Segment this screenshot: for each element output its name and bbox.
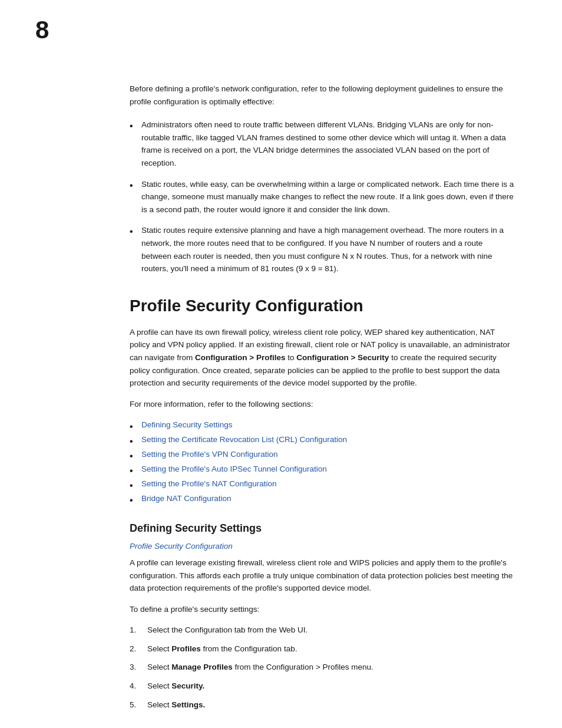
list-item: Select the Configuration tab from the We…: [130, 624, 515, 637]
link-nat-config[interactable]: Setting the Profile's NAT Configuration: [141, 479, 276, 488]
profile-security-section: Profile Security Configuration A profile…: [130, 297, 515, 506]
list-item: Administrators often need to route traff…: [130, 118, 515, 169]
step-1-text: Select the Configuration tab from the We…: [147, 625, 308, 634]
step-3-before: Select: [147, 663, 171, 671]
intro-paragraph: Before defining a profile's network conf…: [130, 83, 515, 108]
nav-to-bold: Configuration > Security: [296, 353, 389, 362]
defining-security-paragraph1: A profile can leverage existing firewall…: [130, 556, 515, 595]
list-item: Static routes require extensive planning…: [130, 224, 515, 275]
step-2-bold: Profiles: [171, 644, 201, 653]
list-item: Setting the Profile's Auto IPSec Tunnel …: [130, 463, 515, 476]
profile-security-heading: Profile Security Configuration: [130, 297, 515, 315]
bullet-text-1: Administrators often need to route traff…: [141, 120, 506, 167]
chapter-number: 8: [35, 18, 49, 42]
step-2-after: from the Configuration tab.: [201, 644, 297, 653]
to-define-text: To define a profile's security settings:: [130, 603, 515, 616]
profile-security-paragraph1: A profile can have its own firewall poli…: [130, 326, 515, 390]
list-item: Defining Security Settings: [130, 419, 515, 432]
link-vpn-config[interactable]: Setting the Profile's VPN Configuration: [141, 450, 277, 459]
link-crl-config[interactable]: Setting the Certificate Revocation List …: [141, 435, 347, 444]
step-3-bold: Manage Profiles: [171, 663, 233, 671]
bullet-text-2: Static routes, while easy, can be overwh…: [141, 180, 514, 214]
page-container: 8 Before defining a profile's network co…: [0, 0, 562, 728]
step-2-before: Select: [147, 644, 171, 653]
step-5-bold: Settings.: [171, 700, 205, 709]
link-bridge-nat[interactable]: Bridge NAT Configuration: [141, 494, 232, 503]
list-item: Select Profiles from the Configuration t…: [130, 643, 515, 655]
links-list: Defining Security Settings Setting the C…: [130, 419, 515, 506]
breadcrumb-link[interactable]: Profile Security Configuration: [130, 542, 515, 551]
nav-from-bold: Configuration > Profiles: [195, 353, 285, 362]
list-item: Select Security.: [130, 680, 515, 693]
steps-list: Select the Configuration tab from the We…: [130, 624, 515, 711]
step-5-before: Select: [147, 700, 171, 709]
defining-security-heading: Defining Security Settings: [130, 522, 515, 535]
link-ipsec-config[interactable]: Setting the Profile's Auto IPSec Tunnel …: [141, 465, 327, 473]
list-item: Setting the Profile's NAT Configuration: [130, 477, 515, 491]
link-defining-security[interactable]: Defining Security Settings: [141, 420, 233, 429]
list-item: Select Settings.: [130, 699, 515, 711]
list-item: Bridge NAT Configuration: [130, 492, 515, 506]
list-item: Select Manage Profiles from the Configur…: [130, 661, 515, 674]
list-item: Setting the Profile's VPN Configuration: [130, 448, 515, 462]
bullet-list: Administrators often need to route traff…: [130, 118, 515, 275]
content-area: Before defining a profile's network conf…: [130, 83, 515, 711]
profile-security-content: A profile can have its own firewall poli…: [130, 326, 515, 506]
step-4-before: Select: [147, 681, 171, 690]
list-item: Setting the Certificate Revocation List …: [130, 433, 515, 447]
list-item: Static routes, while easy, can be overwh…: [130, 178, 515, 216]
defining-security-section: Defining Security Settings Profile Secur…: [130, 522, 515, 711]
bullet-text-3: Static routes require extensive planning…: [141, 226, 504, 273]
paragraph1-nav-from: Configuration > Profiles to: [195, 353, 296, 362]
step-3-after: from the Configuration > Profiles menu.: [233, 663, 373, 671]
step-4-bold: Security.: [171, 681, 204, 690]
more-info-text: For more information, refer to the follo…: [130, 398, 515, 411]
